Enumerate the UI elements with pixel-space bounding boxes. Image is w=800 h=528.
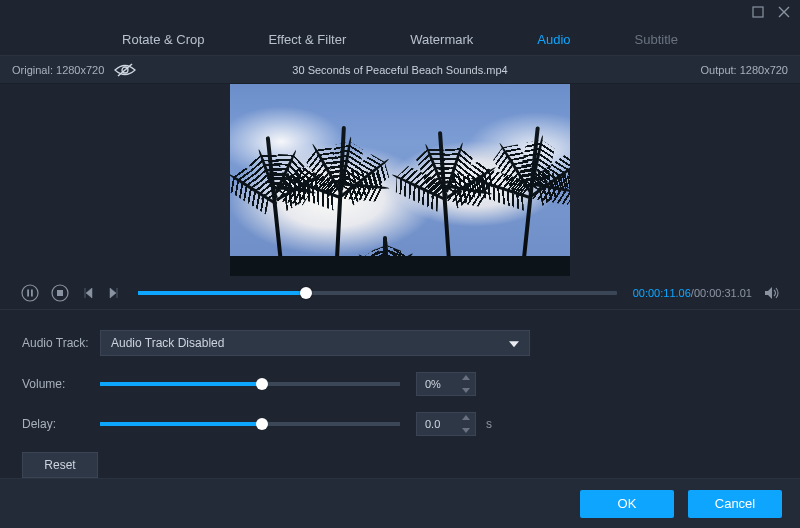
delay-slider[interactable] [100, 422, 400, 426]
audio-track-row: Audio Track: Audio Track Disabled [22, 330, 778, 356]
volume-step-up[interactable] [462, 375, 470, 380]
output-resolution-label: Output: 1280x720 [701, 64, 788, 76]
tab-watermark[interactable]: Watermark [408, 26, 475, 53]
tab-effect-filter[interactable]: Effect & Filter [266, 26, 348, 53]
ok-button[interactable]: OK [580, 490, 674, 518]
time-display: 00:00:11.06/00:00:31.01 [633, 287, 752, 299]
delay-step-up[interactable] [462, 415, 470, 420]
volume-spin[interactable]: 0% [416, 372, 476, 396]
reset-button[interactable]: Reset [22, 452, 98, 478]
volume-label: Volume: [22, 377, 100, 391]
preview-area [0, 84, 800, 276]
audio-track-value: Audio Track Disabled [111, 336, 224, 350]
video-preview [230, 84, 570, 276]
volume-thumb[interactable] [256, 378, 268, 390]
svg-rect-6 [57, 290, 63, 296]
delay-row: Delay: 0.0 s [22, 412, 778, 436]
cancel-button[interactable]: Cancel [688, 490, 782, 518]
preview-visibility-icon[interactable] [114, 62, 136, 78]
footer: OK Cancel [0, 478, 800, 528]
time-current: 00:00:11.06 [633, 287, 691, 299]
maximize-button[interactable] [750, 4, 766, 20]
timeline-fill [138, 291, 306, 295]
volume-row: Volume: 0% [22, 372, 778, 396]
stop-button[interactable] [50, 283, 70, 303]
volume-value: 0% [425, 378, 441, 390]
audio-track-label: Audio Track: [22, 336, 100, 350]
titlebar [0, 0, 800, 24]
delay-value: 0.0 [425, 418, 440, 430]
volume-slider[interactable] [100, 382, 400, 386]
timeline-slider[interactable] [138, 291, 617, 295]
volume-step-down[interactable] [462, 388, 470, 393]
tab-subtitle[interactable]: Subtitle [633, 26, 680, 53]
audio-track-select[interactable]: Audio Track Disabled [100, 330, 530, 356]
svg-rect-3 [27, 289, 29, 296]
original-resolution-label: Original: 1280x720 [12, 64, 104, 76]
next-frame-button[interactable] [106, 283, 122, 303]
svg-point-2 [22, 285, 38, 301]
time-duration: 00:00:31.01 [694, 287, 752, 299]
volume-fill [100, 382, 262, 386]
delay-fill [100, 422, 262, 426]
play-pause-button[interactable] [20, 283, 40, 303]
volume-icon[interactable] [762, 283, 782, 303]
close-button[interactable] [776, 4, 792, 20]
prev-frame-button[interactable] [80, 283, 96, 303]
svg-rect-0 [753, 7, 763, 17]
delay-label: Delay: [22, 417, 100, 431]
timeline-thumb[interactable] [300, 287, 312, 299]
audio-settings: Audio Track: Audio Track Disabled Volume… [0, 310, 800, 486]
tabs: Rotate & Crop Effect & Filter Watermark … [0, 24, 800, 56]
delay-unit: s [486, 417, 492, 431]
tab-audio[interactable]: Audio [535, 26, 572, 53]
infobar: Original: 1280x720 30 Seconds of Peacefu… [0, 56, 800, 84]
tab-rotate-crop[interactable]: Rotate & Crop [120, 26, 206, 53]
delay-spin[interactable]: 0.0 [416, 412, 476, 436]
chevron-down-icon [509, 341, 519, 347]
svg-rect-4 [31, 289, 33, 296]
playback-controls: 00:00:11.06/00:00:31.01 [0, 276, 800, 310]
delay-thumb[interactable] [256, 418, 268, 430]
delay-step-down[interactable] [462, 428, 470, 433]
